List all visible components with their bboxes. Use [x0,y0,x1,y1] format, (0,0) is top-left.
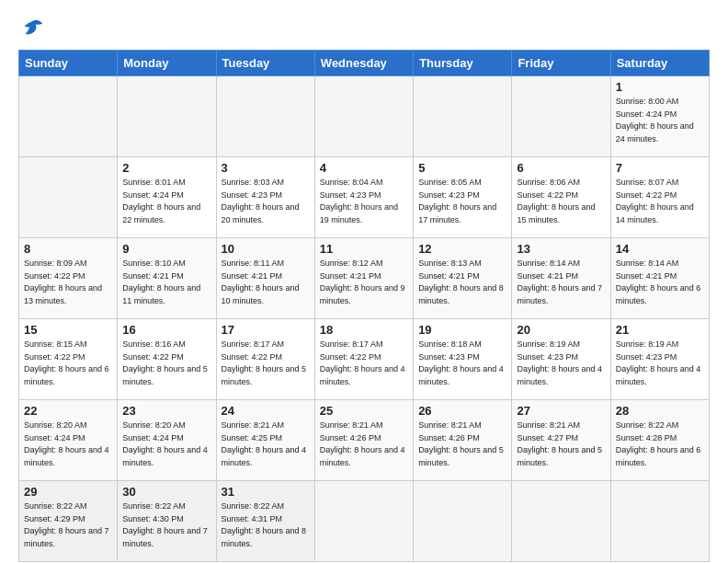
day-info: Sunrise: 8:20 AMSunset: 4:24 PMDaylight:… [122,419,210,469]
calendar-week-6: 29Sunrise: 8:22 AMSunset: 4:29 PMDayligh… [19,481,710,562]
day-info: Sunrise: 8:00 AMSunset: 4:24 PMDaylight:… [616,96,704,145]
calendar-cell-day-20: 20Sunrise: 8:19 AMSunset: 4:23 PMDayligh… [512,319,610,400]
calendar-cell-empty [19,157,118,238]
day-number: 6 [517,161,605,175]
day-header-sunday: Sunday [19,51,118,76]
day-number: 25 [320,404,408,418]
calendar-cell-day-13: 13Sunrise: 8:14 AMSunset: 4:21 PMDayligh… [512,238,610,319]
calendar-week-1: 1Sunrise: 8:00 AMSunset: 4:24 PMDaylight… [19,76,710,157]
calendar-cell-day-17: 17Sunrise: 8:17 AMSunset: 4:22 PMDayligh… [216,319,314,400]
day-number: 23 [122,404,210,418]
calendar-cell-empty [610,481,709,562]
day-info: Sunrise: 8:05 AMSunset: 4:23 PMDaylight:… [418,177,506,226]
calendar-cell-day-19: 19Sunrise: 8:18 AMSunset: 4:23 PMDayligh… [414,319,512,400]
day-header-tuesday: Tuesday [216,51,314,76]
calendar-cell-day-7: 7Sunrise: 8:07 AMSunset: 4:22 PMDaylight… [610,157,709,238]
calendar-cell-day-21: 21Sunrise: 8:19 AMSunset: 4:23 PMDayligh… [610,319,709,400]
calendar-cell-empty [512,481,610,562]
page: SundayMondayTuesdayWednesdayThursdayFrid… [0,0,728,563]
calendar-cell-day-26: 26Sunrise: 8:21 AMSunset: 4:26 PMDayligh… [414,400,512,481]
day-info: Sunrise: 8:22 AMSunset: 4:29 PMDaylight:… [24,500,112,550]
day-number: 4 [320,161,408,175]
calendar-cell-day-31: 31Sunrise: 8:22 AMSunset: 4:31 PMDayligh… [216,481,314,562]
calendar-week-2: 2Sunrise: 8:01 AMSunset: 4:24 PMDaylight… [19,157,710,238]
day-info: Sunrise: 8:19 AMSunset: 4:23 PMDaylight:… [517,339,605,388]
day-info: Sunrise: 8:22 AMSunset: 4:28 PMDaylight:… [616,419,704,469]
day-number: 7 [616,161,704,175]
calendar-header-row: SundayMondayTuesdayWednesdayThursdayFrid… [19,51,710,76]
day-number: 30 [122,485,210,499]
day-info: Sunrise: 8:22 AMSunset: 4:30 PMDaylight:… [122,500,210,550]
day-number: 2 [122,161,210,175]
day-info: Sunrise: 8:21 AMSunset: 4:27 PMDaylight:… [517,419,605,469]
day-number: 12 [418,242,506,256]
day-info: Sunrise: 8:06 AMSunset: 4:22 PMDaylight:… [517,177,605,226]
day-number: 10 [222,242,310,256]
calendar-cell-day-28: 28Sunrise: 8:22 AMSunset: 4:28 PMDayligh… [610,400,709,481]
calendar-cell-empty [19,76,118,157]
calendar-cell-empty [314,481,413,562]
day-header-wednesday: Wednesday [314,51,413,76]
day-number: 22 [24,404,112,418]
day-header-saturday: Saturday [610,51,709,76]
calendar-cell-day-18: 18Sunrise: 8:17 AMSunset: 4:22 PMDayligh… [314,319,413,400]
calendar-cell-day-30: 30Sunrise: 8:22 AMSunset: 4:30 PMDayligh… [118,481,216,562]
day-info: Sunrise: 8:21 AMSunset: 4:25 PMDaylight:… [222,419,310,469]
day-info: Sunrise: 8:14 AMSunset: 4:21 PMDaylight:… [517,258,605,307]
day-info: Sunrise: 8:15 AMSunset: 4:22 PMDaylight:… [24,339,112,388]
calendar-week-4: 15Sunrise: 8:15 AMSunset: 4:22 PMDayligh… [19,319,710,400]
calendar-cell-empty [118,76,216,157]
calendar-cell-day-5: 5Sunrise: 8:05 AMSunset: 4:23 PMDaylight… [414,157,512,238]
day-info: Sunrise: 8:10 AMSunset: 4:21 PMDaylight:… [122,258,210,307]
day-number: 8 [24,242,112,256]
day-number: 1 [616,80,704,94]
day-info: Sunrise: 8:07 AMSunset: 4:22 PMDaylight:… [616,177,704,226]
calendar-cell-day-23: 23Sunrise: 8:20 AMSunset: 4:24 PMDayligh… [118,400,216,481]
header [18,17,710,42]
logo [18,17,46,42]
calendar-cell-empty [216,76,314,157]
day-number: 31 [222,485,310,499]
day-info: Sunrise: 8:04 AMSunset: 4:23 PMDaylight:… [320,177,408,226]
calendar-cell-day-16: 16Sunrise: 8:16 AMSunset: 4:22 PMDayligh… [118,319,216,400]
day-number: 18 [320,323,408,337]
day-info: Sunrise: 8:09 AMSunset: 4:22 PMDaylight:… [24,258,112,307]
day-header-thursday: Thursday [414,51,512,76]
day-number: 9 [122,242,210,256]
day-info: Sunrise: 8:21 AMSunset: 4:26 PMDaylight:… [320,419,408,469]
day-number: 16 [122,323,210,337]
calendar-cell-empty [414,481,512,562]
day-info: Sunrise: 8:01 AMSunset: 4:24 PMDaylight:… [122,177,210,226]
day-info: Sunrise: 8:18 AMSunset: 4:23 PMDaylight:… [418,339,506,388]
day-number: 3 [222,161,310,175]
calendar-cell-day-4: 4Sunrise: 8:04 AMSunset: 4:23 PMDaylight… [314,157,413,238]
calendar-cell-day-9: 9Sunrise: 8:10 AMSunset: 4:21 PMDaylight… [118,238,216,319]
calendar-cell-empty [512,76,610,157]
day-number: 19 [418,323,506,337]
day-info: Sunrise: 8:21 AMSunset: 4:26 PMDaylight:… [418,419,506,469]
calendar-cell-day-22: 22Sunrise: 8:20 AMSunset: 4:24 PMDayligh… [19,400,118,481]
day-info: Sunrise: 8:13 AMSunset: 4:21 PMDaylight:… [418,258,506,307]
calendar-cell-day-8: 8Sunrise: 8:09 AMSunset: 4:22 PMDaylight… [19,238,118,319]
calendar-cell-day-3: 3Sunrise: 8:03 AMSunset: 4:23 PMDaylight… [216,157,314,238]
calendar-cell-day-15: 15Sunrise: 8:15 AMSunset: 4:22 PMDayligh… [19,319,118,400]
day-info: Sunrise: 8:17 AMSunset: 4:22 PMDaylight:… [222,339,310,388]
day-info: Sunrise: 8:19 AMSunset: 4:23 PMDaylight:… [616,339,704,388]
day-number: 21 [616,323,704,337]
calendar-cell-empty [414,76,512,157]
calendar-week-5: 22Sunrise: 8:20 AMSunset: 4:24 PMDayligh… [19,400,710,481]
calendar-cell-day-29: 29Sunrise: 8:22 AMSunset: 4:29 PMDayligh… [19,481,118,562]
calendar-cell-day-1: 1Sunrise: 8:00 AMSunset: 4:24 PMDaylight… [610,76,709,157]
logo-bird-icon [20,17,46,42]
calendar-cell-day-27: 27Sunrise: 8:21 AMSunset: 4:27 PMDayligh… [512,400,610,481]
day-info: Sunrise: 8:16 AMSunset: 4:22 PMDaylight:… [122,339,210,388]
day-number: 17 [222,323,310,337]
calendar-cell-day-25: 25Sunrise: 8:21 AMSunset: 4:26 PMDayligh… [314,400,413,481]
calendar-week-3: 8Sunrise: 8:09 AMSunset: 4:22 PMDaylight… [19,238,710,319]
calendar-cell-day-2: 2Sunrise: 8:01 AMSunset: 4:24 PMDaylight… [118,157,216,238]
day-number: 14 [616,242,704,256]
day-number: 29 [24,485,112,499]
day-number: 26 [418,404,506,418]
day-info: Sunrise: 8:17 AMSunset: 4:22 PMDaylight:… [320,339,408,388]
day-number: 5 [418,161,506,175]
